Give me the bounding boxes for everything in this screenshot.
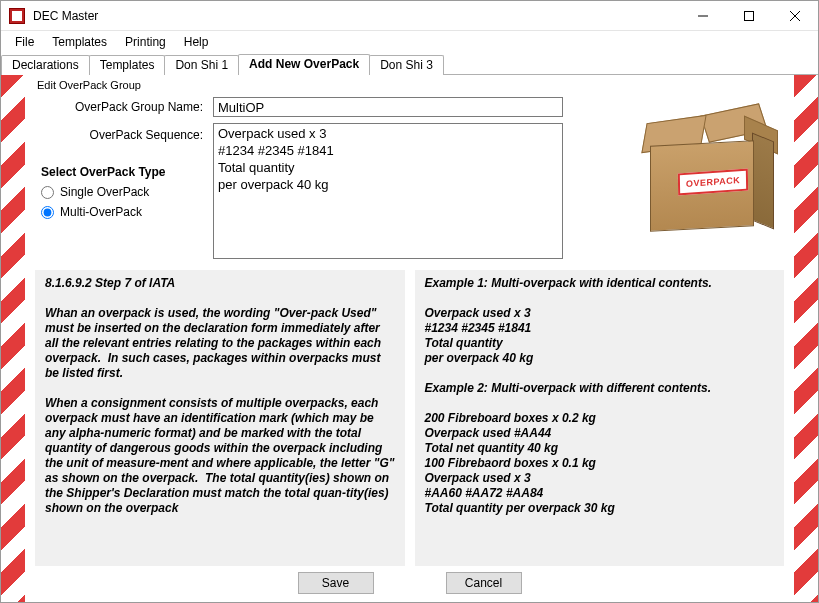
window-title: DEC Master (31, 9, 680, 23)
help-text-left: 8.1.6.9.2 Step 7 of IATA Whan an overpac… (35, 270, 405, 566)
menu-file[interactable]: File (7, 33, 42, 51)
form-area: Edit OverPack Group OverPack Group Name:… (1, 75, 818, 602)
menubar: File Templates Printing Help (1, 31, 818, 53)
maximize-button[interactable] (726, 1, 772, 31)
radio-single-overpack-input[interactable] (41, 186, 54, 199)
sequence-textarea[interactable] (213, 123, 563, 259)
radio-multi-overpack[interactable]: Multi-OverPack (41, 205, 203, 219)
svg-rect-1 (745, 11, 754, 20)
radio-multi-overpack-label: Multi-OverPack (60, 205, 142, 219)
overpack-box-icon: OVERPACK (634, 99, 774, 239)
help-text-right: Example 1: Multi-overpack with identical… (415, 270, 785, 566)
tab-templates[interactable]: Templates (89, 55, 166, 75)
menu-printing[interactable]: Printing (117, 33, 174, 51)
hazard-stripe-right (794, 75, 818, 602)
minimize-button[interactable] (680, 1, 726, 31)
cancel-button[interactable]: Cancel (446, 572, 522, 594)
tab-declarations[interactable]: Declarations (1, 55, 90, 75)
tab-don-shi-1[interactable]: Don Shi 1 (164, 55, 239, 75)
groupbox-label: Edit OverPack Group (37, 79, 784, 91)
close-button[interactable] (772, 1, 818, 31)
titlebar: DEC Master (1, 1, 818, 31)
radio-multi-overpack-input[interactable] (41, 206, 54, 219)
tabstrip: Declarations Templates Don Shi 1 Add New… (1, 53, 818, 75)
name-label: OverPack Group Name: (35, 97, 203, 121)
seq-label: OverPack Sequence: (35, 125, 203, 149)
menu-help[interactable]: Help (176, 33, 217, 51)
group-name-input[interactable] (213, 97, 563, 117)
app-icon (9, 8, 25, 24)
hazard-stripe-left (1, 75, 25, 602)
save-button[interactable]: Save (298, 572, 374, 594)
radio-single-overpack[interactable]: Single OverPack (41, 185, 203, 199)
radio-single-overpack-label: Single OverPack (60, 185, 149, 199)
menu-templates[interactable]: Templates (44, 33, 115, 51)
type-heading: Select OverPack Type (41, 165, 203, 179)
tab-don-shi-3[interactable]: Don Shi 3 (369, 55, 444, 75)
tab-add-new-overpack[interactable]: Add New OverPack (238, 54, 370, 75)
